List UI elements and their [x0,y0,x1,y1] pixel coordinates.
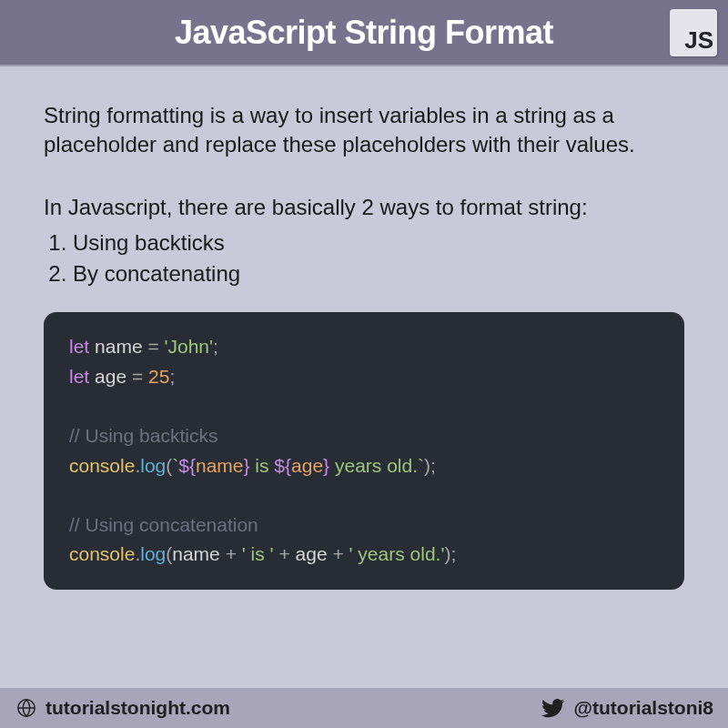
list-item: Using backticks [73,228,684,258]
code-line: console.log(name + ' is ' + age + ' year… [69,540,659,570]
footer-left: tutorialstonight.com [16,697,230,719]
footer-site: tutorialstonight.com [46,697,230,719]
list-item: By concatenating [73,258,684,289]
code-block: let name = 'John'; let age = 25; // Usin… [44,312,684,589]
twitter-icon [541,696,565,720]
code-line: console.log(`${name} is ${age} years old… [69,451,659,481]
footer-bar: tutorialstonight.com @tutorialstoni8 [0,688,728,728]
footer-handle: @tutorialstoni8 [574,697,713,719]
globe-icon [16,698,36,718]
header-bar: JavaScript String Format JS [0,0,728,66]
js-badge-icon: JS [670,9,717,56]
intro-text: String formatting is a way to insert var… [44,101,684,160]
page-title: JavaScript String Format [175,14,553,52]
code-line: let name = 'John'; [69,332,659,362]
code-line [69,391,659,421]
content-area: String formatting is a way to insert var… [0,66,728,688]
code-line [69,480,659,511]
code-line: let age = 25; [69,362,659,392]
ways-intro: In Javascript, there are basically 2 way… [44,193,684,222]
footer-right: @tutorialstoni8 [541,696,713,720]
code-line: // Using backticks [69,421,659,451]
code-line: // Using concatenation [69,511,659,541]
ways-list: Using backticks By concatenating [73,228,684,288]
